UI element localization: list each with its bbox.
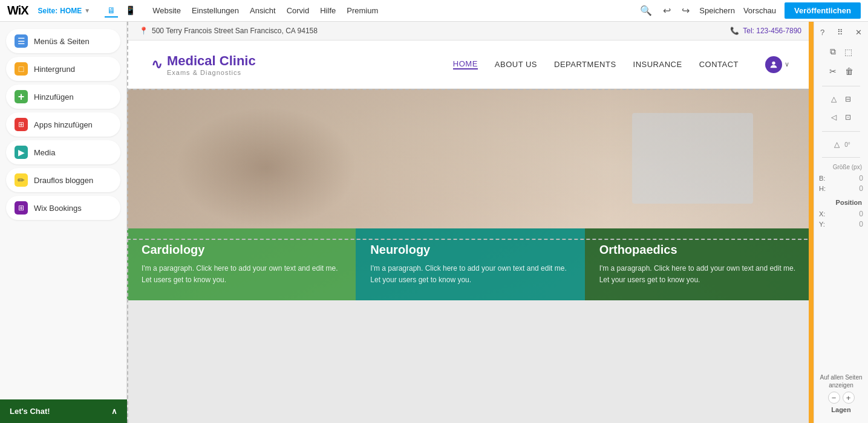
sidebar-item-label: Wix Bookings — [34, 204, 82, 213]
yellow-accent — [809, 22, 814, 423]
nav-departments[interactable]: DEPARTMENTS — [554, 60, 616, 69]
nav-ansicht[interactable]: Ansicht — [250, 6, 276, 15]
rs-divider-3 — [822, 157, 860, 158]
hero-section[interactable]: Cardiology I'm a paragraph. Click here t… — [127, 89, 814, 300]
nav-home[interactable]: HOME — [453, 59, 478, 69]
device-switcher: 🖥 📱 — [105, 4, 138, 18]
search-button[interactable]: 🔍 — [639, 4, 653, 18]
chat-bar[interactable]: Let's Chat! ∧ — [0, 399, 127, 423]
rs-width-value: 0 — [859, 174, 863, 182]
orthopaedics-title: Orthopaedics — [599, 243, 799, 257]
sidebar-item-add-apps[interactable]: ⊞ Apps hinzufügen — [6, 112, 120, 137]
nav-hilfe[interactable]: Hilfe — [320, 6, 336, 15]
nav-corvid[interactable]: Corvid — [287, 6, 310, 15]
sidebar-item-add[interactable]: + Hinzufügen — [6, 85, 120, 109]
page-label: Seite: HOME ▼ — [38, 7, 91, 15]
sidebar-item-label: Apps hinzufügen — [34, 120, 93, 129]
rs-align-group-1: △ ⊟ — [829, 92, 853, 106]
cardiology-card[interactable]: Cardiology I'm a paragraph. Click here t… — [127, 228, 356, 300]
user-chevron-icon: ∨ — [785, 60, 789, 68]
align-top-button[interactable]: △ — [829, 92, 839, 106]
rs-all-pages-label: Auf allen Seiten anzeigen — [819, 373, 863, 389]
nav-about-us[interactable]: ABOUT US — [495, 60, 537, 69]
orthopaedics-text: I'm a paragraph. Click here to add your … — [599, 263, 799, 286]
user-avatar-icon — [765, 56, 782, 73]
rs-x-label: X: — [819, 210, 825, 218]
align-left-button[interactable]: ◁ — [829, 111, 839, 124]
phone-icon: 📞 — [730, 27, 739, 35]
zoom-out-button[interactable]: − — [828, 392, 840, 404]
rs-lagen-label: Lagen — [831, 406, 850, 413]
add-apps-icon: ⊞ — [15, 118, 28, 131]
redo-button[interactable]: ↪ — [680, 4, 691, 18]
orthopaedics-card[interactable]: Orthopaedics I'm a paragraph. Click here… — [585, 228, 814, 300]
save-button[interactable]: Speichern — [699, 6, 735, 15]
neurology-card[interactable]: Neurology I'm a paragraph. Click here to… — [356, 228, 584, 300]
top-nav: Website Einstellungen Ansicht Corvid Hil… — [152, 6, 378, 15]
zoom-in-button[interactable]: + — [843, 392, 855, 404]
cardiology-title: Cardiology — [142, 243, 341, 257]
nav-insurance[interactable]: INSURANCE — [633, 60, 682, 69]
right-sidebar-top: ? ⠿ ✕ — [814, 27, 868, 38]
logo-wave-icon: ∿ — [151, 57, 162, 73]
sidebar-item-menus-pages[interactable]: ☰ Menüs & Seiten — [6, 29, 120, 53]
site-header: ∿ Medical Clinic Exams & Diagnostics HOM… — [127, 40, 814, 89]
address-left: 📍 500 Terry Francois Street San Francisc… — [139, 27, 318, 35]
grid-button[interactable]: ⠿ — [836, 27, 844, 38]
cut-button[interactable]: ✂ — [827, 64, 839, 79]
rotate-value: 0° — [844, 141, 850, 148]
main-layout: ☰ Menüs & Seiten □ Hintergrund + Hinzufü… — [0, 22, 868, 423]
align-center-h-button[interactable]: ⊟ — [843, 92, 853, 106]
rs-divider-1 — [822, 86, 860, 86]
svg-point-0 — [772, 61, 775, 64]
top-bar: WiX Seite: HOME ▼ 🖥 📱 Website Einstellun… — [0, 0, 868, 22]
rs-cut-group: ✂ 🗑 — [827, 64, 856, 79]
sidebar-item-bookings[interactable]: ⊞ Wix Bookings — [6, 196, 120, 220]
nav-premium[interactable]: Premium — [347, 6, 378, 15]
clipboard-visual — [632, 113, 753, 204]
sidebar-item-label: Hinzufügen — [34, 92, 74, 102]
desktop-device-icon[interactable]: 🖥 — [105, 4, 118, 18]
copy-button[interactable]: ⧉ — [827, 44, 838, 59]
rs-divider-2 — [822, 131, 860, 132]
sidebar-item-blog[interactable]: ✏ Drauflos bloggen — [6, 168, 120, 192]
left-sidebar: ☰ Menüs & Seiten □ Hintergrund + Hinzufü… — [0, 22, 127, 423]
publish-button[interactable]: Veröffentlichen — [785, 2, 861, 19]
rs-y-label: Y: — [819, 221, 825, 228]
address-right: 📞 Tel: 123-456-7890 — [730, 27, 801, 35]
paste-button[interactable]: ⬚ — [842, 44, 855, 59]
rs-size-inputs: B: 0 H: 0 — [814, 174, 868, 193]
site-nav: HOME ABOUT US DEPARTMENTS INSURANCE CONT… — [453, 56, 789, 73]
rs-rotate-group: △ 0° — [832, 138, 850, 151]
phone-text: Tel: 123-456-7890 — [743, 27, 801, 35]
align-center-v-button[interactable]: ⊡ — [843, 111, 853, 124]
rs-x-value: 0 — [859, 210, 863, 218]
rotate-button[interactable]: △ — [832, 138, 842, 151]
rs-bottom-section: Auf allen Seiten anzeigen − + Lagen — [814, 369, 868, 418]
menus-pages-icon: ☰ — [15, 34, 28, 48]
delete-button[interactable]: 🗑 — [843, 64, 856, 79]
rs-y-value: 0 — [859, 220, 863, 228]
neurology-text: I'm a paragraph. Click here to add your … — [370, 263, 570, 286]
nav-contact[interactable]: CONTACT — [699, 60, 739, 69]
center-content: 📍 500 Terry Francois Street San Francisc… — [127, 22, 814, 423]
sidebar-item-media[interactable]: ▶ Media — [6, 140, 120, 164]
chat-label: Let's Chat! — [10, 407, 50, 416]
rs-zoom-controls: − + — [828, 392, 855, 404]
rs-height-row: H: 0 — [819, 184, 863, 193]
nav-website[interactable]: Website — [152, 6, 181, 15]
preview-button[interactable]: Vorschau — [743, 6, 776, 15]
undo-button[interactable]: ↩ — [662, 4, 672, 18]
media-icon: ▶ — [15, 146, 28, 159]
background-icon: □ — [15, 62, 28, 76]
mobile-device-icon[interactable]: 📱 — [123, 4, 138, 18]
logo-title: Medical Clinic — [167, 53, 256, 69]
sidebar-item-background[interactable]: □ Hintergrund — [6, 57, 120, 81]
close-right-sidebar-button[interactable]: ✕ — [854, 27, 863, 38]
add-icon: + — [15, 90, 28, 103]
sidebar-item-label: Drauflos bloggen — [34, 176, 93, 185]
address-bar: 📍 500 Terry Francois Street San Francisc… — [127, 22, 814, 40]
help-button[interactable]: ? — [819, 27, 826, 38]
rs-x-row: X: 0 — [819, 210, 863, 218]
nav-einstellungen[interactable]: Einstellungen — [192, 6, 239, 15]
